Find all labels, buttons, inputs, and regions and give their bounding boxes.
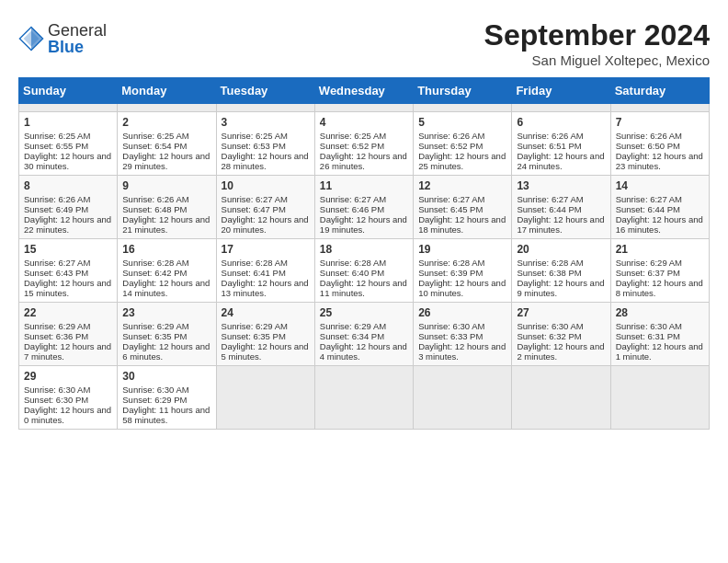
day-number: 20 — [517, 243, 605, 256]
sunrise-text: Sunrise: 6:29 AM — [24, 321, 90, 331]
daylight-text: Daylight: 12 hours and 11 minutes. — [320, 278, 407, 298]
logo-text: General Blue — [48, 22, 107, 55]
month-year-title: September 2024 — [484, 18, 710, 52]
calendar-cell: 20Sunrise: 6:28 AMSunset: 6:38 PMDayligh… — [512, 239, 610, 303]
daylight-text: Daylight: 12 hours and 2 minutes. — [517, 341, 604, 362]
sunrise-text: Sunrise: 6:27 AM — [517, 194, 583, 204]
day-number: 14 — [616, 179, 704, 192]
sunrise-text: Sunrise: 6:26 AM — [517, 131, 583, 141]
column-header-wednesday: Wednesday — [314, 78, 413, 104]
sunset-text: Sunset: 6:36 PM — [24, 331, 88, 341]
daylight-text: Daylight: 12 hours and 3 minutes. — [418, 341, 506, 362]
calendar-cell: 7Sunrise: 6:26 AMSunset: 6:50 PMDaylight… — [610, 112, 709, 176]
calendar-cell: 27Sunrise: 6:30 AMSunset: 6:32 PMDayligh… — [512, 303, 610, 366]
calendar-cell — [610, 366, 709, 430]
sunset-text: Sunset: 6:47 PM — [222, 204, 286, 214]
sunrise-text: Sunrise: 6:27 AM — [222, 194, 288, 204]
sunset-text: Sunset: 6:53 PM — [222, 141, 286, 151]
sunset-text: Sunset: 6:50 PM — [616, 141, 680, 151]
calendar-cell — [414, 366, 512, 430]
calendar-cell — [118, 104, 216, 112]
sunrise-text: Sunrise: 6:28 AM — [320, 258, 386, 268]
calendar-cell: 28Sunrise: 6:30 AMSunset: 6:31 PMDayligh… — [610, 303, 709, 366]
sunset-text: Sunset: 6:48 PM — [122, 204, 187, 214]
day-number: 25 — [320, 306, 408, 319]
column-header-saturday: Saturday — [610, 78, 709, 104]
day-number: 29 — [24, 370, 112, 383]
column-header-monday: Monday — [118, 78, 216, 104]
calendar-cell: 23Sunrise: 6:29 AMSunset: 6:35 PMDayligh… — [118, 303, 216, 366]
daylight-text: Daylight: 12 hours and 14 minutes. — [122, 278, 210, 298]
calendar-cell: 29Sunrise: 6:30 AMSunset: 6:30 PMDayligh… — [19, 366, 118, 430]
day-number: 5 — [418, 116, 506, 129]
daylight-text: Daylight: 12 hours and 13 minutes. — [222, 278, 309, 298]
calendar-cell: 26Sunrise: 6:30 AMSunset: 6:33 PMDayligh… — [414, 303, 512, 366]
calendar-cell: 30Sunrise: 6:30 AMSunset: 6:29 PMDayligh… — [118, 366, 216, 430]
sunset-text: Sunset: 6:34 PM — [320, 331, 384, 341]
calendar-cell — [19, 104, 118, 112]
calendar-cell: 24Sunrise: 6:29 AMSunset: 6:35 PMDayligh… — [216, 303, 314, 366]
logo: General Blue — [18, 22, 107, 55]
location-subtitle: San Miguel Xoltepec, Mexico — [484, 52, 710, 68]
calendar-cell: 14Sunrise: 6:27 AMSunset: 6:44 PMDayligh… — [610, 176, 709, 239]
sunrise-text: Sunrise: 6:26 AM — [418, 131, 484, 141]
calendar-cell — [314, 366, 413, 430]
sunrise-text: Sunrise: 6:30 AM — [517, 321, 583, 331]
sunrise-text: Sunrise: 6:28 AM — [222, 258, 288, 268]
day-number: 10 — [222, 179, 310, 192]
daylight-text: Daylight: 11 hours and 58 minutes. — [122, 405, 210, 425]
day-number: 4 — [320, 116, 408, 129]
day-number: 18 — [320, 243, 408, 256]
sunrise-text: Sunrise: 6:25 AM — [320, 131, 386, 141]
daylight-text: Daylight: 12 hours and 0 minutes. — [24, 405, 111, 425]
sunset-text: Sunset: 6:41 PM — [222, 268, 286, 278]
calendar-cell: 4Sunrise: 6:25 AMSunset: 6:52 PMDaylight… — [314, 112, 413, 176]
day-number: 19 — [418, 243, 506, 256]
daylight-text: Daylight: 12 hours and 4 minutes. — [320, 341, 407, 362]
day-number: 2 — [122, 116, 210, 129]
day-number: 6 — [517, 116, 605, 129]
column-header-friday: Friday — [512, 78, 610, 104]
calendar-cell: 21Sunrise: 6:29 AMSunset: 6:37 PMDayligh… — [610, 239, 709, 303]
calendar-table: SundayMondayTuesdayWednesdayThursdayFrid… — [18, 77, 710, 430]
sunrise-text: Sunrise: 6:28 AM — [517, 258, 583, 268]
calendar-cell: 9Sunrise: 6:26 AMSunset: 6:48 PMDaylight… — [118, 176, 216, 239]
calendar-cell: 13Sunrise: 6:27 AMSunset: 6:44 PMDayligh… — [512, 176, 610, 239]
day-number: 21 — [616, 243, 704, 256]
calendar-cell: 2Sunrise: 6:25 AMSunset: 6:54 PMDaylight… — [118, 112, 216, 176]
day-number: 15 — [24, 243, 112, 256]
sunrise-text: Sunrise: 6:27 AM — [24, 258, 90, 268]
sunset-text: Sunset: 6:29 PM — [122, 395, 187, 405]
sunrise-text: Sunrise: 6:25 AM — [24, 131, 90, 141]
sunrise-text: Sunrise: 6:29 AM — [122, 321, 188, 331]
sunrise-text: Sunrise: 6:28 AM — [122, 258, 188, 268]
logo-icon — [18, 26, 44, 52]
daylight-text: Daylight: 12 hours and 18 minutes. — [418, 214, 506, 235]
sunrise-text: Sunrise: 6:30 AM — [122, 385, 188, 395]
sunrise-text: Sunrise: 6:29 AM — [320, 321, 386, 331]
daylight-text: Daylight: 12 hours and 15 minutes. — [24, 278, 111, 298]
daylight-text: Daylight: 12 hours and 1 minute. — [616, 341, 703, 362]
calendar-cell: 22Sunrise: 6:29 AMSunset: 6:36 PMDayligh… — [19, 303, 118, 366]
sunset-text: Sunset: 6:31 PM — [616, 331, 680, 341]
calendar-cell — [216, 104, 314, 112]
calendar-week-2: 1Sunrise: 6:25 AMSunset: 6:55 PMDaylight… — [19, 112, 710, 176]
sunset-text: Sunset: 6:30 PM — [24, 395, 88, 405]
day-number: 27 — [517, 306, 605, 319]
calendar-week-5: 22Sunrise: 6:29 AMSunset: 6:36 PMDayligh… — [19, 303, 710, 366]
day-number: 12 — [418, 179, 506, 192]
calendar-cell: 17Sunrise: 6:28 AMSunset: 6:41 PMDayligh… — [216, 239, 314, 303]
calendar-cell — [512, 366, 610, 430]
sunrise-text: Sunrise: 6:25 AM — [222, 131, 288, 141]
sunrise-text: Sunrise: 6:27 AM — [616, 194, 682, 204]
day-number: 22 — [24, 306, 112, 319]
sunset-text: Sunset: 6:43 PM — [24, 268, 88, 278]
sunset-text: Sunset: 6:40 PM — [320, 268, 384, 278]
sunrise-text: Sunrise: 6:27 AM — [418, 194, 484, 204]
sunset-text: Sunset: 6:35 PM — [222, 331, 286, 341]
day-number: 3 — [222, 116, 310, 129]
calendar-cell: 6Sunrise: 6:26 AMSunset: 6:51 PMDaylight… — [512, 112, 610, 176]
sunset-text: Sunset: 6:51 PM — [517, 141, 581, 151]
calendar-cell: 11Sunrise: 6:27 AMSunset: 6:46 PMDayligh… — [314, 176, 413, 239]
calendar-cell: 5Sunrise: 6:26 AMSunset: 6:52 PMDaylight… — [414, 112, 512, 176]
